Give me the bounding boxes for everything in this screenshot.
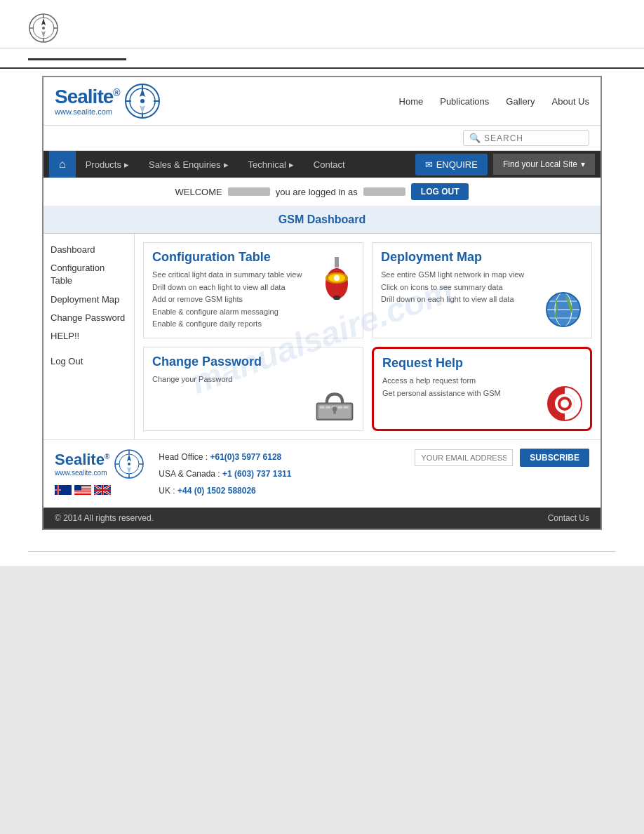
nav-link-about-us[interactable]: About Us — [552, 96, 589, 107]
flag-usa — [74, 485, 91, 495]
footer-brand: Sealite® www.sealite.com — [55, 449, 145, 495]
username-blur — [228, 187, 270, 196]
screenshot-container: Sealite® www.sealite.com Home — [42, 76, 602, 530]
sealite-url: www.sealite.com — [55, 107, 120, 116]
nav-sales[interactable]: Sales & Enquiries ▸ — [139, 152, 239, 177]
card-deployment-map[interactable]: Deployment Map See entire GSM light netw… — [372, 242, 592, 338]
svg-point-43 — [561, 399, 569, 408]
search-box[interactable]: 🔍 — [463, 130, 589, 146]
dashboard-sidebar: Dashboard ConfigurationTable Deployment … — [43, 234, 135, 439]
nav-technical[interactable]: Technical ▸ — [239, 152, 304, 177]
envelope-icon: ✉ — [425, 159, 433, 170]
svg-marker-7 — [41, 18, 46, 25]
sidebar-configuration[interactable]: ConfigurationTable — [49, 259, 128, 290]
svg-point-11 — [140, 99, 145, 103]
top-nav-links: Home Publications Gallery About Us — [399, 96, 589, 107]
lock-icon — [314, 390, 356, 422]
local-site-label: Find your Local Site — [503, 159, 577, 169]
lifesaver-icon — [546, 385, 583, 422]
head-office-phone: +61(0)3 5977 6128 — [210, 452, 281, 462]
sealite-name: Sealite® — [55, 86, 120, 108]
section-title-bar — [0, 48, 644, 69]
footer-bottom: © 2014 All rights reserved. Contact Us — [43, 508, 601, 529]
nav-contact[interactable]: Contact — [304, 152, 355, 177]
site-header: Sealite® www.sealite.com Home — [43, 77, 601, 126]
usa-phone: +1 (603) 737 1311 — [222, 469, 291, 479]
svg-rect-58 — [58, 485, 58, 495]
svg-marker-17 — [140, 105, 145, 114]
logout-button[interactable]: LOG OUT — [411, 183, 469, 200]
search-bar-row: 🔍 — [43, 126, 601, 151]
sidebar-dashboard[interactable]: Dashboard — [49, 241, 128, 259]
flag-australia — [55, 485, 72, 495]
footer-sealite-name: Sealite® — [55, 451, 109, 469]
nav-local-site[interactable]: Find your Local Site ▾ — [493, 154, 595, 175]
globe-icon — [544, 291, 583, 329]
card-pwd-title: Change Password — [152, 355, 354, 369]
email-blur — [363, 187, 405, 196]
welcome-bar: WELCOME you are logged in as LOG OUT — [43, 178, 601, 206]
svg-rect-64 — [74, 491, 91, 492]
svg-rect-67 — [74, 485, 81, 491]
compass-brand-header — [124, 83, 161, 119]
footer-top: Sealite® www.sealite.com — [43, 439, 601, 508]
svg-rect-34 — [326, 406, 330, 408]
card-request-help[interactable]: Request Help Access a help request form … — [372, 347, 592, 431]
sidebar-deployment[interactable]: Deployment Map — [49, 291, 128, 309]
flag-uk — [94, 485, 111, 495]
card-help-title: Request Help — [382, 356, 582, 371]
sidebar-logout[interactable]: Log Out — [49, 352, 128, 371]
svg-point-2 — [42, 27, 45, 29]
outer-page: Sealite® www.sealite.com Home — [0, 0, 644, 566]
email-input[interactable] — [415, 449, 513, 466]
main-nav: ⌂ Products ▸ Sales & Enquiries ▸ Technic… — [43, 151, 601, 178]
nav-products[interactable]: Products ▸ — [76, 152, 139, 177]
contact-us-link[interactable]: Contact Us — [548, 513, 589, 523]
card-change-password[interactable]: Change Password Change your Password — [143, 347, 363, 431]
top-bar — [0, 7, 644, 48]
svg-point-47 — [128, 463, 130, 465]
footer-flags — [55, 485, 111, 495]
footer-compass-icon — [114, 449, 145, 479]
sealite-text: Sealite® www.sealite.com — [55, 86, 120, 117]
nav-contact-label: Contact — [314, 159, 345, 170]
nav-link-gallery[interactable]: Gallery — [506, 96, 535, 107]
nav-products-label: Products — [86, 159, 121, 170]
dashboard-content: Configuration Table See critical light d… — [135, 234, 601, 439]
subscribe-button[interactable]: SUBSCRIBE — [520, 449, 589, 467]
nav-home-button[interactable]: ⌂ — [49, 151, 76, 178]
nav-link-publications[interactable]: Publications — [440, 96, 489, 107]
nav-sales-arrow: ▸ — [224, 159, 229, 170]
svg-rect-39 — [333, 409, 335, 414]
uk-phone: +44 (0) 1502 588026 — [177, 486, 256, 496]
nav-products-arrow: ▸ — [124, 159, 129, 170]
svg-rect-22 — [333, 296, 340, 300]
nav-link-home[interactable]: Home — [399, 96, 424, 107]
svg-rect-33 — [320, 406, 325, 408]
sidebar-change-password[interactable]: Change Password — [49, 309, 128, 327]
card-configuration-table[interactable]: Configuration Table See critical light d… — [143, 242, 363, 338]
nav-enquire-button[interactable]: ✉ ENQUIRE — [415, 154, 488, 176]
compass-logo-top — [28, 13, 59, 44]
sidebar-help[interactable]: HELP!! — [49, 327, 128, 345]
svg-rect-36 — [337, 406, 342, 408]
sealite-brand: Sealite® www.sealite.com — [55, 83, 161, 119]
nav-technical-arrow: ▸ — [289, 159, 294, 170]
search-icon: 🔍 — [469, 133, 481, 143]
buoy-icon — [319, 257, 354, 303]
dashboard-title: GSM Dashboard — [43, 206, 601, 234]
welcome-text: WELCOME — [175, 187, 222, 197]
footer-url: www.sealite.com — [55, 469, 109, 477]
sidebar-divider — [49, 345, 128, 352]
search-input[interactable] — [484, 133, 575, 143]
dashboard-body: manualsaire.com Dashboard ConfigurationT… — [43, 234, 601, 439]
svg-rect-65 — [74, 493, 91, 494]
dashboard-grid: Configuration Table See critical light d… — [143, 242, 592, 431]
svg-point-23 — [334, 275, 340, 281]
footer-email-subscribe: SUBSCRIBE — [415, 449, 589, 467]
local-site-arrow: ▾ — [581, 159, 585, 169]
footer-contacts: Head Office : +61(0)3 5977 6128 USA & Ca… — [159, 449, 291, 499]
svg-rect-18 — [335, 257, 339, 267]
svg-rect-76 — [102, 485, 103, 495]
svg-marker-8 — [41, 31, 46, 38]
